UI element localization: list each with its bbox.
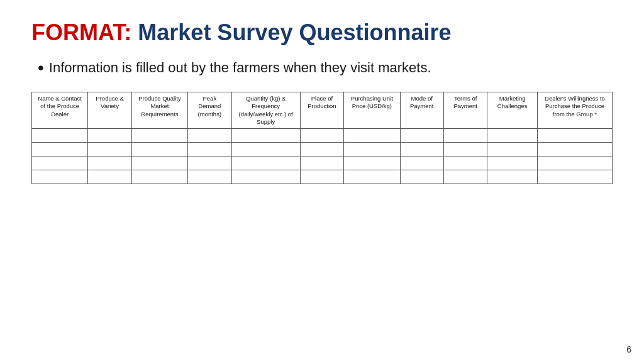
table-row bbox=[32, 170, 613, 184]
bullet-dot: • bbox=[38, 58, 44, 78]
table-cell-0-2 bbox=[131, 129, 187, 143]
table-cell-3-1 bbox=[88, 170, 131, 184]
table-cell-2-2 bbox=[131, 156, 187, 170]
bullet-text: Information is filled out by the farmers… bbox=[49, 58, 613, 77]
table-cell-0-8 bbox=[443, 129, 487, 143]
table-cell-1-7 bbox=[400, 143, 443, 156]
table-cell-1-4 bbox=[231, 143, 300, 156]
col-header-8: Mode of Payment bbox=[400, 92, 443, 128]
col-header-9: Terms of Payment bbox=[443, 92, 487, 128]
table-body bbox=[32, 129, 613, 184]
table-cell-2-5 bbox=[300, 156, 343, 170]
table-cell-1-9 bbox=[487, 143, 537, 156]
table-row bbox=[32, 129, 613, 143]
table-cell-0-1 bbox=[88, 129, 131, 143]
table-cell-0-3 bbox=[188, 129, 231, 143]
table-cell-1-8 bbox=[443, 143, 487, 156]
bullet-section: • Information is filled out by the farme… bbox=[31, 58, 613, 78]
table-cell-3-6 bbox=[344, 170, 400, 184]
table-cell-1-2 bbox=[131, 143, 187, 156]
table-cell-2-1 bbox=[88, 156, 131, 170]
slide-title: FORMAT: Market Survey Questionnaire bbox=[31, 19, 613, 46]
survey-table: Name & Contact of the Produce Dealer Pro… bbox=[31, 92, 613, 184]
table-cell-0-6 bbox=[344, 129, 400, 143]
table-cell-1-0 bbox=[32, 143, 88, 156]
table-cell-2-7 bbox=[400, 156, 443, 170]
table-cell-2-8 bbox=[443, 156, 487, 170]
col-header-5: Quantity (kg) & Frequency (daily/weekly … bbox=[231, 92, 300, 128]
table-cell-3-9 bbox=[487, 170, 537, 184]
table-cell-2-3 bbox=[188, 156, 231, 170]
table-cell-1-6 bbox=[344, 143, 400, 156]
table-row bbox=[32, 143, 613, 156]
table-cell-2-6 bbox=[344, 156, 400, 170]
table-cell-3-7 bbox=[400, 170, 443, 184]
col-header-7: Purchasing Unit Price (USD/kg) bbox=[344, 92, 400, 128]
table-cell-0-7 bbox=[400, 129, 443, 143]
table-cell-1-5 bbox=[300, 143, 343, 156]
table-cell-2-0 bbox=[32, 156, 88, 170]
col-header-1: Name & Contact of the Produce Dealer bbox=[32, 92, 88, 128]
table-cell-3-2 bbox=[131, 170, 187, 184]
col-header-6: Place of Production bbox=[300, 92, 343, 128]
table-cell-2-9 bbox=[487, 156, 537, 170]
table-cell-1-1 bbox=[88, 143, 131, 156]
table-cell-1-3 bbox=[188, 143, 231, 156]
col-header-11: Dealer's Willingness to Purchase the Pro… bbox=[537, 92, 612, 128]
col-header-2: Produce & Variety bbox=[88, 92, 131, 128]
title-format: FORMAT: bbox=[31, 19, 131, 45]
table-cell-0-0 bbox=[32, 129, 88, 143]
slide: FORMAT: Market Survey Questionnaire • In… bbox=[0, 0, 644, 362]
table-cell-3-0 bbox=[32, 170, 88, 184]
table-cell-1-10 bbox=[537, 143, 612, 156]
table-cell-3-3 bbox=[188, 170, 231, 184]
bullet-item: • Information is filled out by the farme… bbox=[38, 58, 613, 78]
col-header-10: Marketing Challenges bbox=[487, 92, 537, 128]
table-cell-2-4 bbox=[231, 156, 300, 170]
col-header-3: Produce Quality Market Requirements bbox=[131, 92, 187, 128]
table-cell-0-10 bbox=[537, 129, 612, 143]
table-cell-3-10 bbox=[537, 170, 612, 184]
table-cell-3-4 bbox=[231, 170, 300, 184]
table-cell-0-9 bbox=[487, 129, 537, 143]
table-cell-3-8 bbox=[443, 170, 487, 184]
survey-table-container: Name & Contact of the Produce Dealer Pro… bbox=[31, 92, 613, 184]
table-cell-3-5 bbox=[300, 170, 343, 184]
col-header-4: Peak Demand (months) bbox=[188, 92, 231, 128]
table-cell-0-5 bbox=[300, 129, 343, 143]
table-cell-0-4 bbox=[231, 129, 300, 143]
page-number: 6 bbox=[626, 344, 631, 354]
title-rest: Market Survey Questionnaire bbox=[138, 19, 451, 45]
table-header-row: Name & Contact of the Produce Dealer Pro… bbox=[32, 92, 613, 128]
table-row bbox=[32, 156, 613, 170]
table-cell-2-10 bbox=[537, 156, 612, 170]
